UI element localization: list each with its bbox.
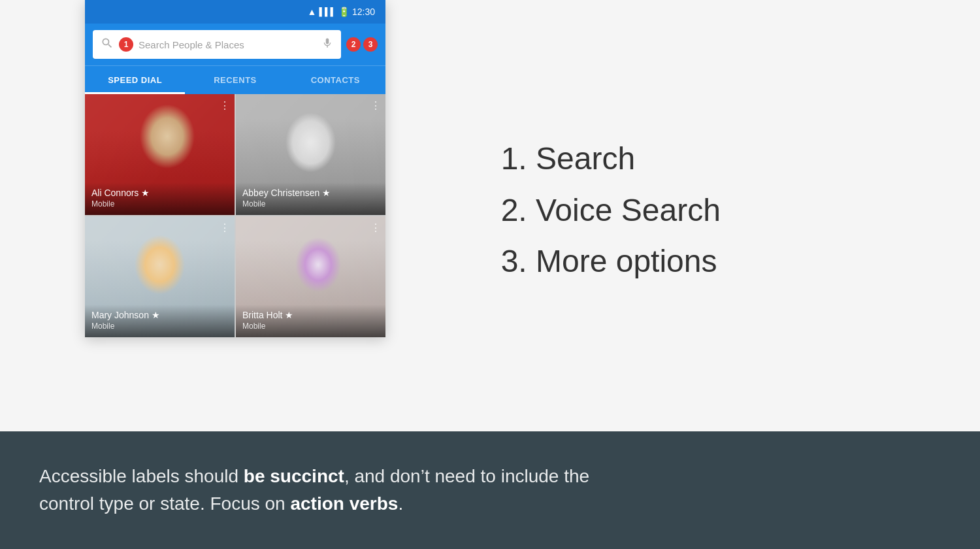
action-badge-3[interactable]: 3 xyxy=(363,37,378,52)
label-item-voice-search: Voice Search xyxy=(536,190,941,231)
more-options-icon-britta[interactable]: ⋮ xyxy=(370,222,380,234)
search-placeholder: Search People & Places xyxy=(139,39,316,50)
search-badge-1: 1 xyxy=(119,37,133,52)
contact-type-abbey: Mobile xyxy=(242,199,379,208)
bottom-text: Accessible labels should be succinct, an… xyxy=(39,463,627,518)
bottom-text-normal1: Accessible labels should xyxy=(39,466,244,486)
labels-area: Search Voice Search More options xyxy=(470,0,980,431)
label-item-search: Search xyxy=(536,139,941,179)
status-time: 12:30 xyxy=(352,7,375,17)
wifi-icon: ▲ xyxy=(308,7,317,17)
action-icons: 2 3 xyxy=(346,37,378,52)
bottom-section: Accessible labels should be succinct, an… xyxy=(0,431,980,549)
contact-card-ali[interactable]: ⋮ Ali Connors ★ Mobile xyxy=(85,94,235,215)
phone-screen: ▲ ▌▌▌ 🔋 12:30 1 Search People & Places xyxy=(85,0,385,337)
contact-type-mary: Mobile xyxy=(91,322,228,331)
battery-icon: 🔋 xyxy=(338,7,350,17)
label-list: Search Voice Search More options xyxy=(510,139,941,292)
more-options-icon-mary[interactable]: ⋮ xyxy=(220,222,229,234)
status-bar: ▲ ▌▌▌ 🔋 12:30 xyxy=(85,0,385,24)
contact-info-ali: Ali Connors ★ Mobile xyxy=(85,182,235,215)
contact-info-mary: Mary Johnson ★ Mobile xyxy=(85,305,235,337)
signal-icon: ▌▌▌ xyxy=(319,7,336,16)
search-input-container[interactable]: 1 Search People & Places xyxy=(93,30,341,59)
more-options-icon-abbey[interactable]: ⋮ xyxy=(370,99,380,112)
tab-contacts[interactable]: CONTACTS xyxy=(286,66,385,94)
contact-name-britta: Britta Holt ★ xyxy=(242,310,379,320)
contact-card-mary[interactable]: ⋮ Mary Johnson ★ Mobile xyxy=(85,216,235,337)
phone-mockup: ▲ ▌▌▌ 🔋 12:30 1 Search People & Places xyxy=(0,0,470,431)
tab-recents[interactable]: RECENTS xyxy=(185,66,285,94)
search-bar: 1 Search People & Places 2 3 xyxy=(85,24,385,65)
contact-info-abbey: Abbey Christensen ★ Mobile xyxy=(236,182,385,215)
label-item-more-options: More options xyxy=(536,241,941,282)
contact-type-britta: Mobile xyxy=(242,322,379,331)
contact-card-abbey[interactable]: ⋮ Abbey Christensen ★ Mobile xyxy=(236,94,385,215)
bottom-text-bold2: action verbs xyxy=(290,493,398,514)
contact-grid: ⋮ Ali Connors ★ Mobile ⋮ Abbey Christens… xyxy=(85,94,385,337)
more-options-icon-ali[interactable]: ⋮ xyxy=(220,99,229,112)
search-icon xyxy=(101,37,114,53)
tabs-bar: SPEED DIAL RECENTS CONTACTS xyxy=(85,65,385,94)
contact-card-britta[interactable]: ⋮ Britta Holt ★ Mobile xyxy=(236,216,385,337)
contact-name-abbey: Abbey Christensen ★ xyxy=(242,188,379,198)
bottom-text-bold1: be succinct xyxy=(244,466,344,486)
mic-icon[interactable] xyxy=(321,37,333,52)
contact-name-ali: Ali Connors ★ xyxy=(91,188,228,198)
tab-speed-dial[interactable]: SPEED DIAL xyxy=(85,66,185,94)
contact-name-mary: Mary Johnson ★ xyxy=(91,310,228,320)
bottom-text-normal3: . xyxy=(398,493,403,514)
contact-type-ali: Mobile xyxy=(91,199,228,208)
contact-info-britta: Britta Holt ★ Mobile xyxy=(236,305,385,337)
action-badge-2[interactable]: 2 xyxy=(346,37,361,52)
